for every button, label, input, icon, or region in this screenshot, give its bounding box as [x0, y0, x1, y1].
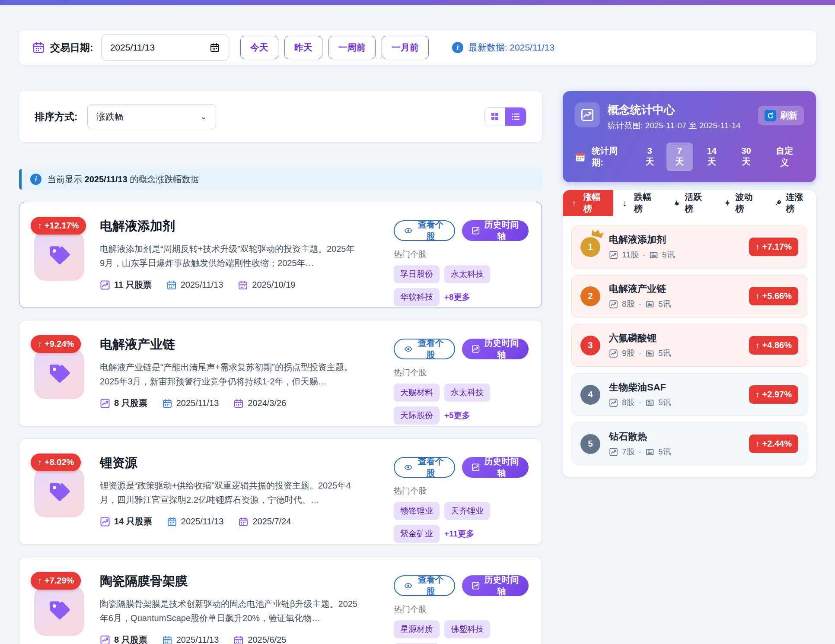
- more-stocks-link[interactable]: +5更多: [444, 410, 470, 421]
- stock-count: 14 只股票: [114, 516, 152, 527]
- stats-range: 统计范围: 2025-11-07 至 2025-11-14: [608, 120, 741, 131]
- view-stocks-button[interactable]: 查看个股: [394, 220, 455, 241]
- list-view-button[interactable]: [505, 108, 526, 126]
- rank-news-count: 5讯: [658, 397, 671, 408]
- stock-chip[interactable]: 佛塑科技: [444, 620, 490, 638]
- month-ago-button[interactable]: 一月前: [382, 36, 429, 59]
- latest-data-label: 最新数据:: [468, 42, 507, 52]
- info-icon: i: [452, 42, 463, 53]
- grid-view-button[interactable]: [484, 108, 505, 126]
- more-stocks-link[interactable]: +11更多: [444, 528, 474, 539]
- rank-stock-count: 7股: [622, 446, 635, 457]
- tab-losers[interactable]: ↓跌幅榜: [613, 190, 664, 216]
- stock-chip[interactable]: 天赐材料: [394, 384, 440, 402]
- news-icon: [645, 349, 654, 358]
- update-date: 2025/11/13: [181, 280, 223, 290]
- eye-icon: [404, 462, 412, 473]
- chart-line-icon: [609, 300, 618, 309]
- tab-active[interactable]: 活跃榜: [664, 190, 714, 216]
- history-timeline-button[interactable]: 历史时间轴: [462, 575, 529, 596]
- period-30d-button[interactable]: 30天: [731, 143, 762, 171]
- latest-data-date: 2025/11/13: [510, 42, 555, 52]
- history-timeline-button[interactable]: 历史时间轴: [462, 220, 529, 241]
- today-button[interactable]: 今天: [240, 36, 278, 59]
- change-badge: ↑+12.17%: [31, 217, 86, 235]
- concept-description: 电解液产业链是“产能出清尾声+需求复苏初期”的拐点型投资主题。2025年3月，新…: [100, 360, 359, 389]
- view-stocks-button[interactable]: 查看个股: [394, 575, 455, 596]
- calendar-blue-icon: [166, 280, 177, 290]
- history-timeline-button[interactable]: 历史时间轴: [462, 339, 529, 359]
- sort-bar: 排序方式: 涨跌幅 ⌄: [19, 91, 542, 142]
- stock-chip[interactable]: 华软科技: [394, 288, 440, 306]
- stock-chip[interactable]: 紫金矿业: [394, 525, 440, 543]
- ranking-item[interactable]: 5 钻石散热 7股·5讯 ↑+2.44%: [571, 422, 807, 465]
- rocket-icon: [774, 198, 782, 208]
- more-stocks-link[interactable]: +8更多: [444, 292, 470, 303]
- rank-concept-name: 电解液添加剂: [609, 233, 675, 246]
- rank-number: 3: [580, 336, 600, 355]
- rank-stock-count: 8股: [622, 298, 635, 310]
- stock-chip[interactable]: 永太科技: [444, 265, 490, 283]
- sort-selected-value: 涨跌幅: [96, 111, 124, 123]
- latest-data-note: i 最新数据: 2025/11/13: [452, 41, 555, 54]
- date-input[interactable]: 2025/11/13: [101, 34, 229, 61]
- concept-card[interactable]: ↑+8.02% 锂资源 锂资源是“政策驱动+供给收缩”双重逻辑共振的投资主题。2…: [19, 438, 542, 545]
- rank-concept-name: 六氟磷酸锂: [609, 332, 671, 345]
- stock-chip[interactable]: 赣锋锂业: [394, 502, 440, 520]
- rank-stock-count: 11股: [622, 249, 639, 260]
- ranking-item[interactable]: 1 电解液添加剂 11股·5讯 ↑+7.17%: [571, 225, 807, 268]
- view-stocks-button[interactable]: 查看个股: [394, 339, 455, 359]
- concept-description: 陶瓷隔膜骨架膜是技术创新驱动的固态电池产业链β升级主题。2025年6月，Quan…: [100, 597, 359, 625]
- calendar-blue-icon: [162, 398, 172, 409]
- refresh-icon: [765, 110, 776, 121]
- concept-card[interactable]: ↑+7.29% 陶瓷隔膜骨架膜 陶瓷隔膜骨架膜是技术创新驱动的固态电池产业链β升…: [19, 557, 542, 644]
- concept-title: 电解液产业链: [100, 336, 381, 353]
- stock-chip[interactable]: 星源材质: [394, 620, 440, 638]
- tag-icon: [47, 480, 72, 505]
- concept-card[interactable]: ↑+12.17% 电解液添加剂 电解液添加剂是“周期反转+技术升级”双轮驱动的投…: [19, 202, 542, 308]
- bolt-icon: [724, 198, 732, 208]
- news-icon: [649, 251, 658, 260]
- date-picker-icon[interactable]: [210, 42, 220, 53]
- sort-select[interactable]: 涨跌幅 ⌄: [87, 104, 216, 129]
- ranking-item[interactable]: 3 六氟磷酸锂 9股·5讯 ↑+4.86%: [571, 324, 807, 367]
- week-ago-button[interactable]: 一周前: [328, 36, 376, 59]
- tab-volatility[interactable]: 波动榜: [715, 190, 765, 216]
- concept-description: 电解液添加剂是“周期反转+技术升级”双轮驱动的投资主题。2025年9月，山东孚日…: [100, 242, 359, 270]
- news-icon: [645, 300, 654, 309]
- rank-number: 4: [580, 385, 600, 405]
- chevron-down-icon: ⌄: [201, 112, 207, 121]
- stock-chip[interactable]: 永太科技: [444, 384, 490, 402]
- stock-chip[interactable]: 孚日股份: [394, 265, 440, 283]
- concept-card[interactable]: ↑+9.24% 电解液产业链 电解液产业链是“产能出清尾声+需求复苏初期”的拐点…: [19, 320, 542, 426]
- stock-chip[interactable]: 天际股份: [394, 406, 440, 425]
- tab-streak[interactable]: 连涨榜: [765, 190, 816, 216]
- change-badge: ↑+9.24%: [31, 335, 81, 353]
- period-14d-button[interactable]: 14天: [696, 143, 727, 171]
- chart-line-icon: [472, 225, 480, 236]
- ranking-item[interactable]: 4 生物柴油SAF 8股·5讯 ↑+2.97%: [571, 373, 807, 416]
- ranking-item[interactable]: 2 电解液产业链 8股·5讯 ↑+5.66%: [571, 275, 807, 317]
- concept-title: 陶瓷隔膜骨架膜: [100, 573, 381, 590]
- period-label: 统计周期:: [592, 145, 629, 168]
- tab-gainers[interactable]: ↑涨幅榜: [563, 190, 613, 216]
- period-3d-button[interactable]: 3天: [637, 143, 663, 171]
- history-timeline-button[interactable]: 历史时间轴: [462, 457, 529, 478]
- top-accent-bar: [0, 0, 835, 5]
- view-stocks-button[interactable]: 查看个股: [394, 457, 455, 478]
- stock-count: 11 只股票: [114, 279, 152, 291]
- stock-chip[interactable]: 天齐锂业: [444, 502, 490, 520]
- refresh-button[interactable]: 刷新: [758, 106, 804, 125]
- concept-title: 电解液添加剂: [100, 218, 381, 235]
- period-custom-button[interactable]: 自定义: [765, 142, 804, 172]
- change-badge: ↑+8.02%: [31, 454, 81, 471]
- calendar-icon: [32, 41, 45, 54]
- chart-line-icon: [472, 462, 480, 473]
- concept-stats-panel: 概念统计中心 统计范围: 2025-11-07 至 2025-11-14 刷新 …: [563, 91, 816, 182]
- period-7d-button[interactable]: 7天: [666, 143, 693, 171]
- yesterday-button[interactable]: 昨天: [284, 36, 322, 59]
- chart-line-icon: [100, 280, 110, 290]
- rank-news-count: 5讯: [658, 446, 671, 457]
- arrow-down-icon: ↓: [622, 198, 630, 208]
- rank-change-badge: ↑+7.17%: [749, 238, 798, 256]
